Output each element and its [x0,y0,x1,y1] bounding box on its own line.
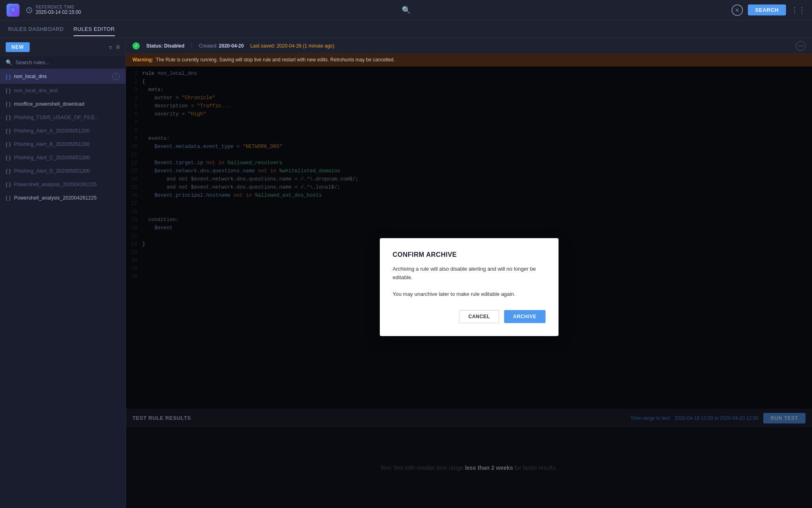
main-layout: NEW ▿ ≡ 🔍 { } non_local_dns ⋮ { } [0,38,812,508]
list-item[interactable]: { } Phishing_Alert_B_202005051200 [0,137,126,151]
search-icon[interactable]: 🔍 [402,6,411,15]
search-area[interactable]: 🔍 [402,6,411,15]
content-area: ✓ Status: Disabled | Created: 2020-04-20… [126,38,812,508]
nav-tabs: RULES DASHBOARD RULES EDITOR [0,20,812,38]
rule-icon: { } [6,195,11,201]
list-item[interactable]: { } Phishing_T1805_USAGE_OF_FILE... [0,111,126,124]
confirm-archive-modal: CONFIRM ARCHIVE Archiving a rule will al… [380,238,559,336]
last-saved-text: Last saved: 2020-04-26 (1 minute ago) [250,43,334,49]
rule-name: Phishing_Alert_A_202005051200 [14,128,89,134]
rule-icon: { } [6,128,11,134]
close-button[interactable]: ✕ [732,4,743,16]
modal-title: CONFIRM ARCHIVE [393,251,546,258]
rule-icon: { } [6,87,11,93]
warning-label: Warning: [132,57,154,63]
modal-body-line2: You may unarchive later to make rule edi… [393,291,515,297]
grid-icon[interactable]: ⋮⋮ [791,6,806,15]
status-value: Disabled [164,43,184,49]
modal-body: Archiving a rule will also disable alert… [393,265,546,299]
rule-action-icon[interactable]: ⋮ [113,73,120,80]
rule-icon: { } [6,74,11,80]
cancel-button[interactable]: CANCEL [459,310,499,323]
list-item[interactable]: { } non_local_dns_test [0,84,126,97]
rule-icon: { } [6,141,11,147]
status-divider: | [191,43,192,49]
created-value: 2020-04-20 [219,43,244,49]
new-rule-button[interactable]: NEW [6,42,30,52]
editor-container: 12345 678910 1112131415 1617181920 21222… [126,66,812,508]
clock-icon [26,7,32,13]
list-item[interactable]: { } Powershell_analysis_202004261225 [0,178,126,191]
created-text: Created: 2020-04-20 [199,43,244,49]
warning-bar: Warning: The Rule is curently running. S… [126,54,812,66]
saved-value: 2020-04-26 (1 minute ago) [277,43,334,49]
ref-time-value: 2020-03-14 02:15:00 [36,9,81,15]
list-item[interactable]: { } msoffice_powershell_download [0,97,126,111]
warning-message: The Rule is curently running. Saving wil… [156,57,395,63]
app-logo [6,4,19,17]
top-bar-right: ✕ SEARCH ⋮⋮ [732,4,806,16]
status-icon: ✓ [132,42,140,50]
rule-list: { } non_local_dns ⋮ { } non_local_dns_te… [0,69,126,508]
search-button[interactable]: SEARCH [748,4,786,15]
list-item[interactable]: { } Phishing_Alert_D_202005051200 [0,164,126,178]
modal-body-line1: Archiving a rule will also disable alert… [393,266,536,280]
rule-icon: { } [6,168,11,174]
rule-name: non_local_dns [14,74,47,79]
rule-name: non_local_dns_test [14,88,58,93]
status-label: Status: [146,43,164,49]
sidebar-search: 🔍 [0,56,126,69]
list-item[interactable]: { } non_local_dns ⋮ [0,69,126,84]
ref-time-label: REFERENCE TIME [36,5,81,9]
list-item[interactable]: { } Phishing_Alert_C_202005051200 [0,151,126,164]
rule-icon: { } [6,181,11,187]
reference-time: REFERENCE TIME 2020-03-14 02:15:00 [26,5,81,15]
rule-name: Phishing_Alert_B_202005051200 [14,141,89,147]
rule-icon: { } [6,154,11,161]
rule-icon: { } [6,101,11,107]
list-item[interactable]: { } Powershell_analysis_202004261225 [0,191,126,204]
rule-name: Phishing_Alert_D_202005051200 [14,168,90,174]
top-bar-left: REFERENCE TIME 2020-03-14 02:15:00 [6,4,81,17]
search-icon-sidebar: 🔍 [6,59,12,65]
sidebar-icons: ▿ ≡ [109,43,120,51]
sidebar-toolbar: NEW ▿ ≡ [0,38,126,56]
rule-name: msoffice_powershell_download [14,101,84,107]
svg-line-2 [29,10,30,11]
tab-rules-editor[interactable]: RULES EDITOR [74,22,115,36]
rule-name: Phishing_T1805_USAGE_OF_FILE... [14,115,99,120]
rule-name: Phishing_Alert_C_202005051200 [14,155,90,161]
rule-icon: { } [6,114,11,120]
sidebar: NEW ▿ ≡ 🔍 { } non_local_dns ⋮ { } [0,38,126,508]
status-text: Status: Disabled [146,43,184,49]
rule-name: Powershell_analysis_202004261225 [14,195,97,201]
settings-button[interactable]: ⋯ [796,41,806,51]
modal-actions: CANCEL ARCHIVE [393,310,546,323]
archive-button[interactable]: ARCHIVE [504,310,546,323]
filter-icon[interactable]: ▿ [109,43,112,51]
list-item[interactable]: { } Phishing_Alert_A_202005051200 [0,124,126,137]
search-input[interactable] [15,59,120,65]
rule-name: Powershell_analysis_202004261225 [14,182,97,187]
sort-icon[interactable]: ≡ [116,43,120,51]
status-bar: ✓ Status: Disabled | Created: 2020-04-20… [126,38,812,54]
tab-rules-dashboard[interactable]: RULES DASHBOARD [8,22,64,36]
top-bar: REFERENCE TIME 2020-03-14 02:15:00 🔍 ✕ S… [0,0,812,20]
modal-overlay: CONFIRM ARCHIVE Archiving a rule will al… [126,66,812,508]
